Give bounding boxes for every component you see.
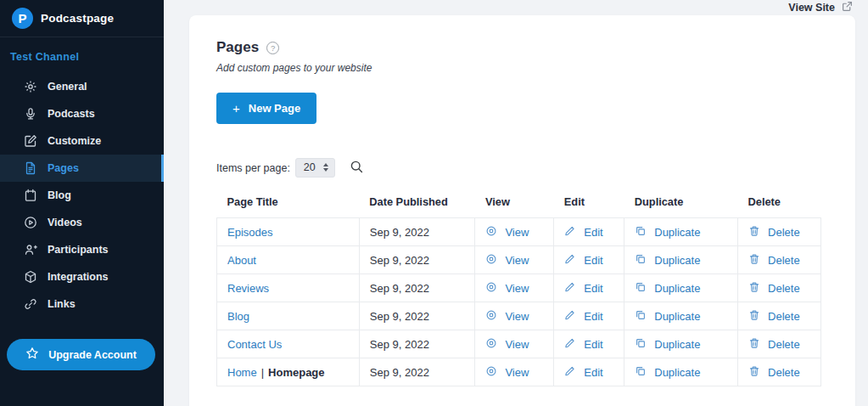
- edit-link[interactable]: Edit: [564, 253, 602, 268]
- homepage-badge: Homepage: [268, 366, 324, 379]
- help-icon[interactable]: ?: [266, 42, 279, 54]
- copy-icon: [635, 337, 647, 352]
- duplicate-link[interactable]: Duplicate: [635, 225, 700, 240]
- edit-link[interactable]: Edit: [564, 337, 602, 352]
- trash-icon: [748, 309, 760, 324]
- page-icon: [24, 161, 37, 175]
- sidebar-item-podcasts[interactable]: Podcasts: [0, 100, 164, 127]
- view-link[interactable]: View: [485, 225, 529, 240]
- view-site-link[interactable]: View Site: [788, 0, 853, 15]
- sidebar-item-links[interactable]: Links: [0, 290, 164, 318]
- pencil-icon: [564, 253, 576, 268]
- select-arrows-icon: [323, 163, 328, 172]
- date-published-cell: Sep 9, 2022: [359, 358, 475, 386]
- duplicate-link[interactable]: Duplicate: [635, 365, 700, 380]
- sidebar-item-label: Customize: [48, 135, 101, 147]
- sidebar-item-label: Blog: [48, 189, 71, 201]
- eye-icon: [485, 281, 497, 296]
- duplicate-link[interactable]: Duplicate: [635, 309, 700, 324]
- items-per-page-select[interactable]: 20: [295, 158, 335, 178]
- page-subtitle: Add custom pages to your website: [216, 62, 828, 74]
- items-per-page-label: Items per page:: [216, 162, 290, 174]
- eye-icon: [485, 337, 497, 352]
- delete-link[interactable]: Delete: [748, 225, 800, 240]
- page-title-link[interactable]: Reviews: [227, 282, 269, 295]
- brand-logo[interactable]: P Podcastpage: [0, 0, 164, 37]
- trash-icon: [748, 281, 760, 296]
- view-link[interactable]: View: [485, 253, 529, 268]
- delete-link[interactable]: Delete: [748, 309, 800, 324]
- table-row: Reviews Sep 9, 2022 View Edit: [217, 274, 821, 302]
- edit-link[interactable]: Edit: [564, 309, 602, 324]
- page-title-link[interactable]: Contact Us: [227, 338, 282, 351]
- table-controls: Items per page: 20: [216, 158, 828, 178]
- sidebar-item-pages[interactable]: Pages: [0, 155, 164, 182]
- page-title-link[interactable]: Episodes: [227, 226, 272, 239]
- view-link[interactable]: View: [485, 309, 529, 324]
- sidebar-item-general[interactable]: General: [0, 73, 164, 100]
- view-link[interactable]: View: [485, 281, 529, 296]
- upgrade-account-button[interactable]: Upgrade Account: [7, 339, 155, 370]
- new-page-label: New Page: [249, 102, 300, 115]
- edit-link[interactable]: Edit: [564, 281, 602, 296]
- video-icon: [24, 216, 37, 229]
- copy-icon: [635, 281, 647, 296]
- view-site-label: View Site: [788, 2, 835, 14]
- gear-icon: [24, 80, 37, 93]
- page-title-link[interactable]: Blog: [227, 310, 249, 323]
- brand-name: Podcastpage: [41, 12, 114, 25]
- integrations-icon: [24, 270, 37, 284]
- duplicate-link[interactable]: Duplicate: [635, 281, 700, 296]
- page-title: Pages: [216, 39, 259, 56]
- view-link[interactable]: View: [485, 365, 529, 380]
- blog-icon: [24, 189, 37, 202]
- sidebar-item-label: Videos: [48, 217, 82, 228]
- table-row: Episodes Sep 9, 2022 View Edit: [217, 218, 821, 246]
- delete-link[interactable]: Delete: [748, 253, 800, 268]
- page-title-link[interactable]: Home: [227, 366, 257, 379]
- sidebar-item-integrations[interactable]: Integrations: [0, 263, 164, 290]
- date-published-cell: Sep 9, 2022: [359, 246, 475, 274]
- new-page-button[interactable]: + New Page: [216, 93, 316, 124]
- title-separator: |: [257, 366, 268, 379]
- sidebar-nav: General Podcasts Customize Pages Blog Vi…: [0, 73, 164, 318]
- delete-link[interactable]: Delete: [748, 365, 800, 380]
- table-row: Home|Homepage Sep 9, 2022 View Ed: [217, 358, 821, 386]
- trash-icon: [748, 365, 760, 380]
- microphone-icon: [24, 107, 37, 121]
- duplicate-link[interactable]: Duplicate: [635, 253, 700, 268]
- participants-icon: [24, 243, 37, 257]
- sidebar-item-label: Participants: [48, 244, 109, 256]
- sidebar-item-blog[interactable]: Blog: [0, 182, 164, 209]
- date-published-cell: Sep 9, 2022: [359, 274, 475, 302]
- column-header-edit: Edit: [554, 195, 624, 218]
- topbar: View Site: [164, 0, 868, 15]
- delete-link[interactable]: Delete: [748, 337, 800, 352]
- customize-icon: [24, 134, 37, 148]
- page-title-link[interactable]: About: [227, 254, 256, 267]
- star-icon: [25, 347, 39, 363]
- view-link[interactable]: View: [485, 337, 529, 352]
- sidebar-item-label: Links: [48, 298, 76, 310]
- column-header-delete: Delete: [738, 195, 821, 218]
- table-header-row: Page Title Date Published View Edit Dupl…: [217, 195, 821, 218]
- eye-icon: [485, 253, 497, 268]
- column-header-date-published: Date Published: [359, 195, 475, 218]
- delete-link[interactable]: Delete: [748, 281, 800, 296]
- sidebar-item-customize[interactable]: Customize: [0, 127, 164, 155]
- channel-name: Test Channel: [0, 37, 164, 68]
- sidebar-item-label: Integrations: [48, 271, 109, 283]
- copy-icon: [635, 309, 647, 324]
- edit-link[interactable]: Edit: [564, 225, 602, 240]
- sidebar-item-videos[interactable]: Videos: [0, 209, 164, 236]
- plus-icon: +: [232, 101, 240, 116]
- edit-link[interactable]: Edit: [564, 365, 602, 380]
- table-row: Blog Sep 9, 2022 View Edit: [217, 302, 821, 330]
- duplicate-link[interactable]: Duplicate: [635, 337, 700, 352]
- sidebar-item-participants[interactable]: Participants: [0, 236, 164, 263]
- sidebar: P Podcastpage Test Channel General Podca…: [0, 0, 164, 406]
- eye-icon: [485, 309, 497, 324]
- search-button[interactable]: [350, 160, 364, 177]
- pages-card: Pages ? Add custom pages to your website…: [189, 15, 855, 406]
- pages-table: Page Title Date Published View Edit Dupl…: [216, 195, 821, 386]
